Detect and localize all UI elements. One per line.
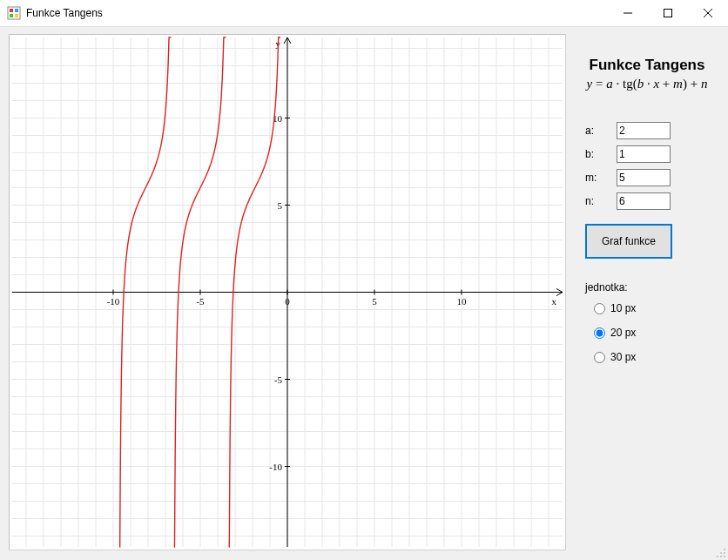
svg-rect-2 [15,9,18,12]
client-area: -10-50510-10-5510xy Funkce Tangens y = a… [0,27,728,560]
svg-text:-5: -5 [274,374,283,385]
param-b-input[interactable] [617,145,671,163]
param-m-label: m: [585,172,617,184]
param-a-label: a: [585,125,617,137]
param-m-input[interactable] [617,169,671,186]
svg-text:5: 5 [372,296,377,307]
svg-text:-10: -10 [107,296,120,307]
param-n-input[interactable] [617,192,671,210]
unit-radio-30px[interactable] [594,352,605,363]
svg-rect-4 [15,14,18,17]
resize-grip-icon[interactable] [716,548,726,558]
plot-button[interactable]: Graf funkce [585,224,672,259]
svg-rect-1 [10,9,13,12]
side-panel: Funkce Tangens y = a · tg(b · x + m) + n… [566,34,723,555]
svg-point-91 [724,549,725,550]
unit-label-10px: 10 px [610,302,636,314]
svg-point-93 [720,552,722,554]
svg-text:x: x [552,296,557,307]
close-button[interactable] [688,0,728,26]
unit-radio-10px[interactable] [594,303,605,314]
svg-point-94 [724,556,725,557]
minimize-button[interactable] [608,0,648,26]
param-group: a: b: m: n: [585,122,712,210]
formula: y = a · tg(b · x + m) + n [583,76,711,92]
svg-point-92 [724,552,725,554]
svg-point-96 [717,556,718,557]
unit-group-label: jednotka: [585,281,712,293]
param-b-label: b: [585,148,617,160]
svg-point-95 [720,556,722,557]
svg-text:-5: -5 [196,296,205,307]
param-a-input[interactable] [617,122,671,139]
window-title: Funkce Tangens [26,7,103,19]
chart-panel: -10-50510-10-5510xy [9,34,566,550]
svg-text:10: 10 [457,296,468,307]
svg-rect-3 [10,14,13,17]
svg-text:5: 5 [278,200,283,211]
unit-label-20px: 20 px [610,327,636,339]
param-n-label: n: [585,195,617,207]
unit-group: jednotka: 10 px 20 px 30 px [585,281,712,363]
unit-label-30px: 30 px [610,351,636,363]
svg-rect-6 [664,10,672,17]
header-title: Funkce Tangens [582,57,712,74]
maximize-button[interactable] [648,0,688,26]
chart-canvas: -10-50510-10-5510xy [10,35,565,550]
header: Funkce Tangens y = a · tg(b · x + m) + n [582,57,712,92]
titlebar: Funkce Tangens [0,0,728,27]
unit-radio-20px[interactable] [594,327,605,339]
svg-text:0: 0 [285,296,290,307]
app-icon [7,6,21,20]
app-window: Funkce Tangens -10-50510-10-5510xy Funkc… [0,0,728,560]
svg-text:-10: -10 [269,462,282,472]
